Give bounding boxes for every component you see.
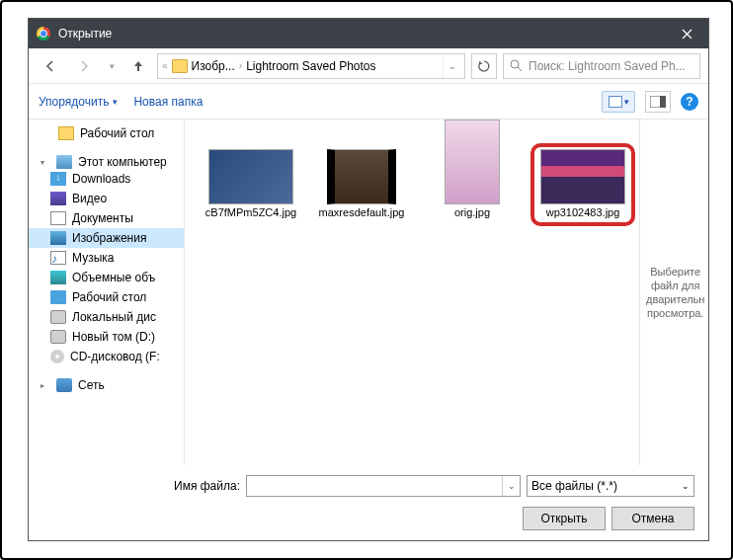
sidebar: Рабочий стол ▾Этот компьютер Downloads В…	[29, 120, 185, 465]
back-button[interactable]	[37, 52, 64, 80]
computer-icon	[56, 155, 72, 169]
open-button[interactable]: Открыть	[523, 507, 606, 530]
3d-icon	[50, 271, 66, 284]
cancel-button[interactable]: Отмена	[611, 507, 694, 530]
images-icon	[50, 231, 66, 245]
file-label: wp3102483.jpg	[546, 206, 620, 219]
svg-point-0	[511, 60, 519, 68]
breadcrumb-current[interactable]: Lightroom Saved Photos	[246, 59, 375, 73]
sidebar-item-images[interactable]: Изображения	[29, 228, 184, 248]
disk-icon	[50, 310, 66, 324]
history-dropdown[interactable]: ▾	[104, 54, 120, 78]
content-pane: cB7fMPm5ZC4.jpg maxresdefault.jpg orig.j…	[185, 120, 708, 465]
sidebar-item-downloads[interactable]: Downloads	[29, 169, 184, 189]
file-label: maxresdefault.jpg	[319, 206, 405, 219]
disk-icon	[50, 330, 66, 344]
folder-icon	[172, 59, 188, 73]
close-button[interactable]	[665, 19, 708, 48]
cd-icon	[50, 350, 64, 363]
file-label: cB7fMPm5ZC4.jpg	[205, 206, 296, 219]
up-button[interactable]	[125, 53, 151, 79]
filetype-filter[interactable]: Все файлы (*.*) ⌄	[527, 475, 694, 497]
file-thumbnail	[208, 149, 293, 204]
new-folder-button[interactable]: Новая папка	[133, 95, 203, 109]
sidebar-item-cddrive[interactable]: CD-дисковод (F:	[29, 347, 184, 366]
toolbar: Упорядочить ▾ Новая папка ▾ ?	[29, 84, 708, 120]
window-title: Открытие	[58, 27, 112, 40]
folder-icon	[58, 126, 74, 140]
file-item-highlighted[interactable]: wp3102483.jpg	[536, 149, 629, 219]
file-thumbnail	[327, 149, 396, 204]
downloads-icon	[50, 172, 66, 186]
breadcrumb-parent[interactable]: Изобр...	[192, 59, 235, 73]
sidebar-item-music[interactable]: ♪Музыка	[29, 248, 184, 268]
sidebar-group-thispc[interactable]: ▾Этот компьютер	[29, 155, 184, 169]
sidebar-item-desktop-quick[interactable]: Рабочий стол	[29, 123, 184, 143]
sidebar-item-videos[interactable]: Видео	[29, 189, 184, 208]
help-button[interactable]: ?	[681, 93, 698, 111]
video-icon	[50, 192, 66, 205]
sidebar-item-localdisk[interactable]: Локальный дис	[29, 307, 184, 327]
file-thumbnail	[445, 120, 500, 204]
file-thumbnail	[540, 149, 625, 204]
address-dropdown[interactable]: ⌄	[443, 54, 460, 78]
sidebar-item-documents[interactable]: Документы	[29, 208, 184, 228]
preview-toggle-button[interactable]	[645, 91, 671, 113]
address-bar[interactable]: « Изобр... › Lightroom Saved Photos ⌄	[157, 53, 465, 79]
filename-combobox[interactable]: ⌄	[246, 475, 521, 497]
music-icon: ♪	[50, 251, 66, 265]
sidebar-item-newvolume[interactable]: Новый том (D:)	[29, 327, 184, 347]
desktop-icon	[50, 290, 66, 304]
svg-rect-2	[660, 96, 666, 108]
refresh-button[interactable]	[471, 53, 497, 79]
preview-hint: Выберите файл для дварительн просмотра.	[646, 265, 704, 320]
documents-icon	[50, 211, 66, 225]
filename-label: Имя файла:	[42, 479, 240, 493]
filename-input[interactable]	[247, 476, 502, 496]
file-open-dialog: Открытие ▾ « Изобр... › Lightroom Saved …	[28, 18, 709, 541]
file-item[interactable]: maxresdefault.jpg	[315, 149, 408, 219]
sidebar-group-network[interactable]: ▸Сеть	[29, 378, 184, 392]
file-label: orig.jpg	[454, 206, 490, 219]
file-item[interactable]: orig.jpg	[426, 120, 519, 219]
preview-pane: Выберите файл для дварительн просмотра.	[639, 120, 710, 465]
middle-area: Рабочий стол ▾Этот компьютер Downloads В…	[29, 120, 708, 465]
filename-dropdown[interactable]: ⌄	[502, 476, 520, 496]
search-input[interactable]: Поиск: Lightroom Saved Ph...	[503, 53, 700, 79]
sidebar-item-3dobjects[interactable]: Объемные объ	[29, 268, 184, 287]
sidebar-item-desktop[interactable]: Рабочий стол	[29, 287, 184, 307]
titlebar: Открытие	[29, 19, 708, 48]
nav-row: ▾ « Изобр... › Lightroom Saved Photos ⌄ …	[29, 48, 708, 84]
file-grid[interactable]: cB7fMPm5ZC4.jpg maxresdefault.jpg orig.j…	[185, 120, 639, 465]
chrome-icon	[37, 27, 50, 40]
search-icon	[510, 59, 523, 72]
organize-button[interactable]: Упорядочить ▾	[39, 95, 118, 109]
file-item[interactable]: cB7fMPm5ZC4.jpg	[204, 149, 297, 219]
bottom-panel: Имя файла: ⌄ Все файлы (*.*) ⌄ Открыть О…	[29, 465, 708, 540]
network-icon	[56, 378, 72, 392]
forward-button[interactable]	[70, 52, 98, 80]
view-options-button[interactable]: ▾	[602, 91, 635, 113]
search-placeholder: Поиск: Lightroom Saved Ph...	[529, 59, 686, 73]
